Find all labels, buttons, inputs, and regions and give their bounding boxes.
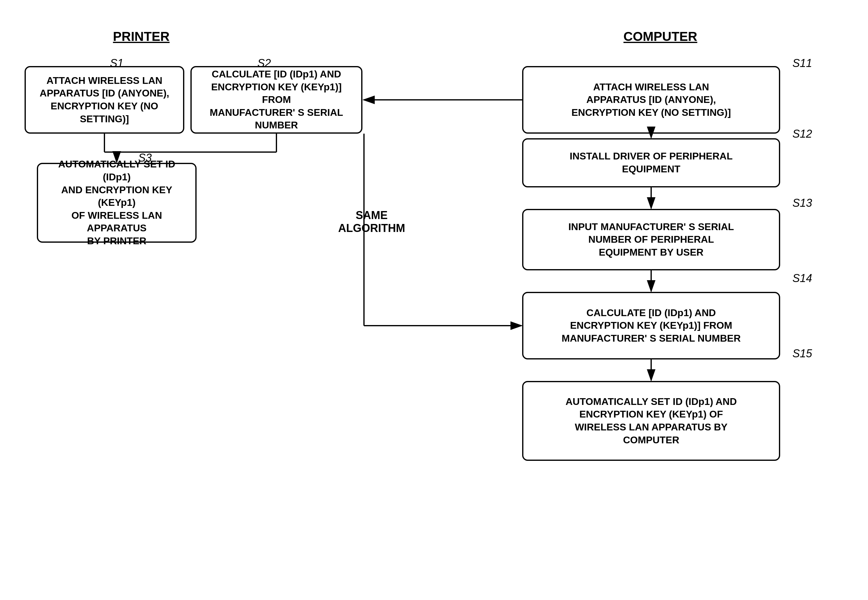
computer-title: COMPUTER — [584, 29, 737, 44]
label-s15: S15 — [792, 347, 812, 360]
label-s12: S12 — [792, 127, 812, 140]
label-s14: S14 — [792, 272, 812, 285]
box-s1: ATTACH WIRELESS LAN APPARATUS [ID (ANYON… — [24, 66, 184, 133]
box-s15: AUTOMATICALLY SET ID (IDp1) AND ENCRYPTI… — [522, 381, 780, 461]
box-s12: INSTALL DRIVER OF PERIPHERAL EQUIPMENT — [522, 138, 780, 187]
box-s2: CALCULATE [ID (IDp1) AND ENCRYPTION KEY … — [191, 66, 363, 133]
diagram-container: PRINTER COMPUTER S1 S2 S3 S11 S12 S13 S1… — [0, 0, 868, 600]
printer-title: PRINTER — [80, 29, 203, 44]
box-s3: AUTOMATICALLY SET ID (IDp1) AND ENCRYPTI… — [37, 163, 197, 243]
box-s11: ATTACH WIRELESS LAN APPARATUS [ID (ANYON… — [522, 66, 780, 133]
label-s13: S13 — [792, 197, 812, 209]
label-s11: S11 — [792, 57, 812, 70]
same-algorithm-label: SAME ALGORITHM — [332, 209, 411, 235]
box-s14: CALCULATE [ID (IDp1) AND ENCRYPTION KEY … — [522, 292, 780, 359]
box-s13: INPUT MANUFACTURER' S SERIAL NUMBER OF P… — [522, 209, 780, 270]
